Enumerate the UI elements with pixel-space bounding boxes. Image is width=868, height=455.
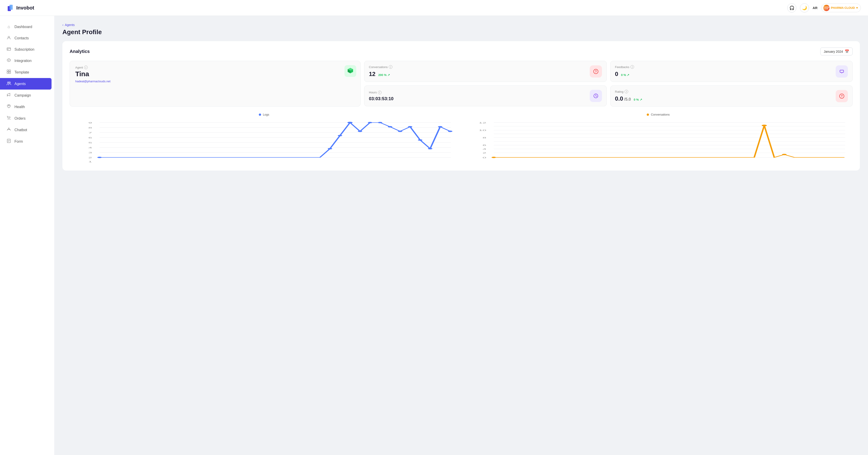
sidebar-item-integration[interactable]: Integration [0,55,54,66]
svg-rect-8 [7,72,8,73]
svg-point-5 [8,60,9,61]
orders-icon [6,116,11,121]
logo: Invobot [7,4,34,11]
sidebar-item-subscription[interactable]: Subscription [0,44,54,55]
conversations-chart-legend: Conversations [464,113,852,116]
svg-point-13 [8,119,8,120]
template-icon [6,70,11,75]
chatbot-icon [6,127,11,132]
svg-rect-3 [7,48,11,51]
svg-text:4: 4 [483,148,487,150]
agent-info-icon[interactable]: i [84,66,88,69]
svg-point-47 [338,135,342,136]
svg-point-55 [418,139,423,141]
svg-point-51 [378,122,382,123]
svg-text:5: 5 [88,142,92,144]
svg-rect-6 [7,70,8,71]
svg-rect-4 [7,49,8,50]
feedbacks-icon [836,65,848,78]
sidebar-label-campaign: Campaign [14,93,31,97]
sidebar-label-chatbot: Chatbot [14,128,27,132]
logs-chart-legend: Logs [70,113,458,116]
conversations-info-icon[interactable]: i [389,65,393,69]
account-logo: PHARMACLOUD [823,5,830,11]
svg-text:10: 10 [479,129,486,131]
svg-text:8: 8 [483,136,487,139]
header: Invobot 🎧 🌙 AR PHARMACLOUD PHARMA CLOUD … [0,0,868,16]
form-icon [6,139,11,144]
sidebar-label-subscription: Subscription [14,48,34,52]
logo-text: Invobot [16,5,34,11]
contacts-icon [6,35,11,41]
stat-card-feedbacks: Feedbacks i 0 0 % ↗ [610,61,853,82]
dark-mode-button[interactable]: 🌙 [800,3,809,12]
sidebar-item-contacts[interactable]: Contacts [0,32,54,44]
account-name: PHARMA CLOUD [831,6,855,9]
chevron-left-icon: ‹ [62,23,64,27]
svg-point-57 [438,126,442,127]
svg-point-50 [368,122,372,123]
agents-icon [6,81,11,86]
svg-point-17 [8,128,9,128]
svg-point-76 [491,157,496,158]
svg-point-53 [398,131,402,132]
svg-text:0: 0 [483,156,487,159]
sidebar-item-template[interactable]: Template [0,66,54,78]
sidebar-item-campaign[interactable]: Campaign [0,90,54,101]
analytics-header: Analytics January 2024 📅 [70,48,852,55]
rating-icon: ? [836,90,848,102]
logs-legend-dot [259,114,261,116]
svg-text:1: 1 [88,160,92,163]
svg-text:3: 3 [88,152,92,154]
sidebar-item-orders[interactable]: Orders [0,113,54,124]
conversations-chart: 12 10 8 6 4 2 0 [464,118,852,163]
svg-point-49 [358,131,362,132]
analytics-title: Analytics [70,49,90,54]
health-icon [6,104,11,110]
svg-point-14 [10,119,10,120]
svg-point-48 [347,122,352,123]
sidebar-item-agents[interactable]: Agents [0,78,52,90]
hours-icon [590,90,602,102]
chevron-down-icon: ▾ [856,6,858,9]
svg-text:7: 7 [88,132,92,134]
breadcrumb-parent[interactable]: Agents [65,23,75,27]
date-picker[interactable]: January 2024 📅 [820,48,852,55]
headset-button[interactable]: 🎧 [787,3,796,12]
sidebar-item-health[interactable]: Health [0,101,54,113]
sidebar-label-form: Form [14,140,23,144]
stats-row: Agent i Tina hadeal@pharmaclouds.net [70,61,852,107]
logs-chart-container: Logs 9 8 7 [70,113,458,164]
campaign-icon [6,93,11,98]
svg-point-78 [782,154,786,155]
svg-point-52 [388,126,393,127]
sidebar-label-template: Template [14,70,29,74]
logs-legend-label: Logs [263,113,269,116]
hours-info-icon[interactable]: i [378,91,381,94]
svg-text:2: 2 [483,152,487,154]
sidebar-label-orders: Orders [14,117,26,121]
agent-label: Agent i [75,66,355,69]
conversations-legend-label: Conversations [651,113,670,116]
sidebar-item-dashboard[interactable]: ⌂ Dashboard [0,21,54,32]
rating-info-icon[interactable]: i [625,90,628,93]
svg-text:?: ? [841,94,843,98]
svg-point-77 [762,125,767,126]
date-picker-value: January 2024 [824,50,843,53]
svg-text:12: 12 [479,122,486,124]
sidebar-item-chatbot[interactable]: Chatbot [0,124,54,136]
svg-point-54 [408,126,412,127]
stat-card-rating: Rating i 0.0 /5.0 0 % ↗ [610,86,853,107]
language-selector[interactable]: AR [813,6,817,10]
sidebar: ⌂ Dashboard Contacts Subscription Integr… [0,16,54,455]
conversations-chart-container: Conversations [464,113,852,164]
sidebar-item-form[interactable]: Form [0,136,54,147]
charts-row: Logs 9 8 7 [70,113,852,164]
conversations-icon: ? [590,65,602,78]
account-dropdown[interactable]: PHARMACLOUD PHARMA CLOUD ▾ [821,4,861,12]
svg-rect-7 [9,70,11,71]
svg-point-58 [448,131,453,132]
feedbacks-info-icon[interactable]: i [630,65,634,69]
app-layout: ⌂ Dashboard Contacts Subscription Integr… [0,16,868,455]
breadcrumb[interactable]: ‹ Agents [62,23,860,27]
